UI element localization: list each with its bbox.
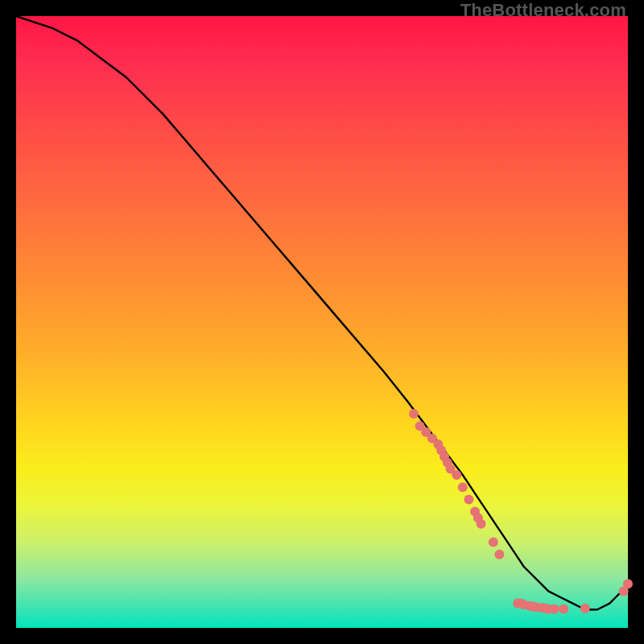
data-marker — [580, 604, 590, 613]
data-marker — [458, 482, 468, 492]
data-marker — [464, 494, 473, 504]
attribution-watermark: TheBottleneck.com — [460, 0, 626, 21]
chart-frame: TheBottleneck.com — [0, 0, 644, 644]
curve-path-group — [16, 16, 628, 609]
data-marker — [494, 550, 504, 559]
data-marker — [452, 470, 461, 480]
markers-group — [409, 409, 633, 613]
chart-overlay — [16, 16, 628, 628]
data-marker — [623, 579, 633, 588]
data-marker — [559, 604, 568, 613]
data-marker — [477, 519, 486, 529]
curve-line — [16, 16, 628, 609]
data-marker — [489, 538, 498, 547]
data-marker — [409, 409, 419, 419]
data-marker — [550, 604, 559, 613]
